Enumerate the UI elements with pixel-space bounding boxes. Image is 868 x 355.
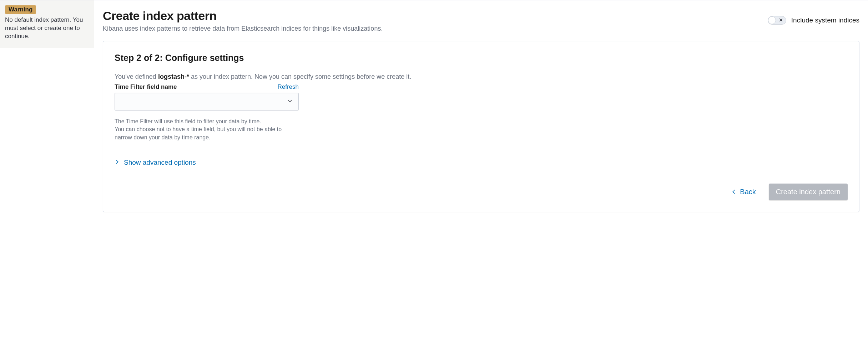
- time-filter-help-text: The Time Filter will use this field to f…: [115, 118, 299, 142]
- include-system-indices-label: Include system indices: [791, 16, 859, 24]
- help-line-1: The Time Filter will use this field to f…: [115, 118, 299, 125]
- create-index-pattern-button[interactable]: Create index pattern: [769, 184, 848, 200]
- page-header: Create index pattern Kibana uses index p…: [103, 9, 859, 32]
- include-system-indices-toggle-wrap: Include system indices: [768, 16, 859, 25]
- chevron-down-icon: [287, 98, 293, 105]
- step-desc-prefix: You've defined: [115, 73, 158, 80]
- main-content: Create index pattern Kibana uses index p…: [94, 0, 868, 355]
- back-button-label: Back: [740, 188, 756, 196]
- step-desc-suffix: as your index pattern. Now you can speci…: [189, 73, 411, 80]
- time-filter-field-label: Time Filter field name: [115, 83, 177, 91]
- toggle-thumb: [768, 16, 776, 24]
- page-title: Create index pattern: [103, 9, 383, 23]
- chevron-right-icon: [115, 159, 120, 166]
- step-title: Step 2 of 2: Configure settings: [115, 53, 848, 63]
- refresh-link[interactable]: Refresh: [277, 83, 299, 91]
- page-container: Warning No default index pattern. You mu…: [0, 0, 868, 355]
- page-subtitle: Kibana uses index patterns to retrieve d…: [103, 25, 383, 32]
- step-description: You've defined logstash-* as your index …: [115, 73, 848, 81]
- time-filter-field-select[interactable]: [115, 93, 299, 110]
- page-header-left: Create index pattern Kibana uses index p…: [103, 9, 383, 32]
- time-filter-field-row: Time Filter field name Refresh: [115, 83, 299, 91]
- show-advanced-options-label: Show advanced options: [124, 159, 196, 166]
- chevron-left-icon: [731, 188, 736, 196]
- back-button[interactable]: Back: [727, 184, 760, 200]
- include-system-indices-toggle[interactable]: [768, 16, 786, 25]
- warning-text: No default index pattern. You must selec…: [5, 16, 89, 41]
- help-line-2: You can choose not to have a time field,…: [115, 125, 299, 142]
- step-panel: Step 2 of 2: Configure settings You've d…: [103, 41, 859, 212]
- index-pattern-name: logstash-*: [158, 73, 189, 80]
- cross-icon: [779, 18, 783, 23]
- sidebar-warning-panel: Warning No default index pattern. You mu…: [0, 0, 94, 48]
- show-advanced-options-button[interactable]: Show advanced options: [115, 159, 848, 166]
- panel-footer: Back Create index pattern: [115, 184, 848, 200]
- warning-badge: Warning: [5, 5, 36, 14]
